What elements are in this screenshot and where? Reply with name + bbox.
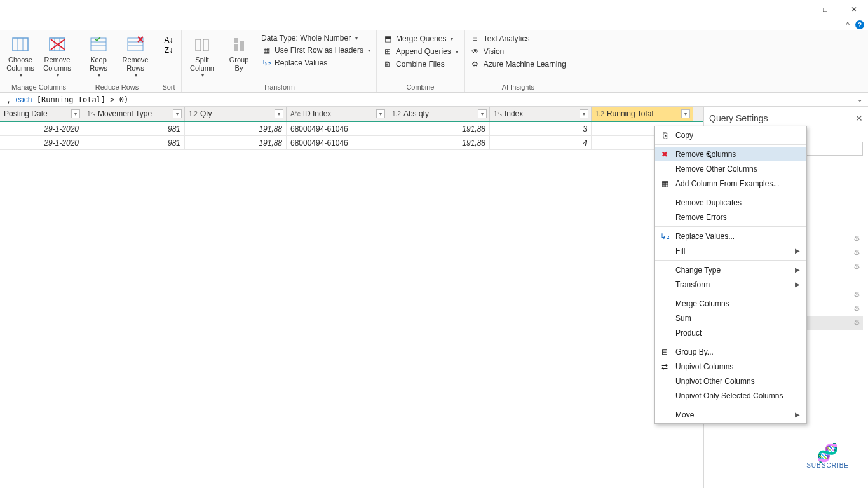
filter-icon[interactable]: ▾ [478, 109, 487, 118]
keep-rows-label: Keep Rows [90, 56, 107, 72]
gear-icon[interactable]: ⚙ [853, 304, 860, 313]
azure-ml-button[interactable]: ⚙Azure Machine Learning [468, 58, 568, 70]
menu-separator [655, 260, 806, 261]
menu-sum[interactable]: Sum [655, 311, 806, 325]
column-movement-type[interactable]: 1²₃ Movement Type ▾ [83, 107, 185, 121]
add-column-icon: ▦ [659, 179, 670, 188]
subscribe-label: SUBSCRIBE [806, 462, 849, 469]
headers-icon: ▦ [261, 45, 271, 55]
gear-icon[interactable]: ⚙ [853, 262, 860, 271]
subscribe-badge: 🧬 SUBSCRIBE [806, 444, 849, 469]
menu-remove-columns[interactable]: ✖Remove Columns [655, 147, 806, 161]
column-label: Running Total [607, 109, 653, 118]
cell-idx: 3 [490, 122, 592, 135]
vision-label: Vision [484, 47, 504, 56]
sub-titlebar: ^ ? [0, 19, 868, 30]
group-label-ai: AI Insights [468, 82, 568, 91]
column-label: Movement Type [98, 109, 152, 118]
help-icon[interactable]: ? [855, 20, 864, 29]
menu-add-from-examples[interactable]: ▦Add Column From Examples... [655, 176, 806, 191]
filter-icon[interactable]: ▾ [275, 109, 283, 118]
split-column-button[interactable]: Split Column▾ [186, 33, 219, 79]
replace-values-button[interactable]: ↳₂Replace Values [259, 57, 372, 69]
replace-values-label: Replace Values [275, 58, 327, 67]
remove-rows-button[interactable]: Remove Rows▾ [119, 33, 152, 79]
cell-date: 29-1-2020 [0, 122, 83, 135]
grid-body: 29-1-2020 981 191,88 68000494-61046 191,… [0, 122, 703, 150]
minimize-button[interactable]: — [782, 0, 811, 19]
ribbon-collapse-icon[interactable]: ^ [843, 20, 853, 30]
choose-columns-button[interactable]: Choose Columns▾ [4, 33, 37, 79]
combine-files-label: Combine Files [396, 60, 445, 69]
group-ai-insights: ≡Text Analytics 👁Vision ⚙Azure Machine L… [465, 30, 572, 92]
gear-icon[interactable]: ⚙ [853, 234, 860, 243]
type-dec-icon: 1.2 [392, 111, 401, 118]
remove-columns-button[interactable]: Remove Columns▾ [41, 33, 74, 79]
maximize-button[interactable]: □ [811, 0, 839, 19]
group-by-button[interactable]: Group By [222, 33, 255, 72]
menu-copy[interactable]: ⎘Copy [655, 128, 806, 142]
menu-unpivot-selected[interactable]: Unpivot Only Selected Columns [655, 388, 806, 403]
menu-merge-columns[interactable]: Merge Columns [655, 296, 806, 311]
use-first-row-button[interactable]: ▦Use First Row as Headers▾ [259, 44, 372, 56]
cell-qty: 191,88 [185, 136, 287, 149]
text-analytics-button[interactable]: ≡Text Analytics [468, 33, 568, 44]
group-by-icon: ⊟ [659, 348, 670, 356]
filter-icon[interactable]: ▾ [173, 109, 182, 118]
remove-rows-label: Remove Rows [123, 56, 149, 72]
sort-asc-button[interactable]: A↓ [164, 36, 173, 44]
menu-remove-other-columns[interactable]: Remove Other Columns [655, 161, 806, 176]
menu-unpivot[interactable]: ⇄Unpivot Columns [655, 359, 806, 374]
gear-icon[interactable]: ⚙ [853, 290, 860, 299]
grid-header: Posting Date ▾ 1²₃ Movement Type ▾ 1.2 Q… [0, 107, 703, 122]
column-index[interactable]: 1²₃ Index ▾ [490, 107, 592, 121]
menu-fill[interactable]: Fill▶ [655, 243, 806, 258]
sort-desc-button[interactable]: Z↓ [165, 46, 173, 55]
menu-move[interactable]: Move▶ [655, 407, 806, 422]
filter-icon[interactable]: ▾ [376, 109, 385, 118]
group-reduce-rows: Keep Rows▾ Remove Rows▾ Reduce Rows [78, 30, 156, 92]
column-label: ID Index [303, 109, 332, 118]
filter-icon[interactable]: ▾ [681, 109, 690, 118]
formula-dropdown[interactable]: ⌄ [854, 96, 865, 103]
menu-unpivot-other[interactable]: Unpivot Other Columns [655, 374, 806, 388]
data-grid: Posting Date ▾ 1²₃ Movement Type ▾ 1.2 Q… [0, 107, 704, 488]
column-qty[interactable]: 1.2 Qty ▾ [185, 107, 287, 121]
merge-queries-button[interactable]: ⬒Merge Queries▾ [381, 33, 460, 44]
append-queries-label: Append Queries [396, 47, 451, 56]
menu-remove-errors[interactable]: Remove Errors [655, 210, 806, 224]
table-row[interactable]: 29-1-2020 981 191,88 68000494-61046 191,… [0, 122, 703, 136]
cell-abs: 191,88 [388, 136, 490, 149]
menu-change-type[interactable]: Change Type▶ [655, 262, 806, 277]
menu-group-by[interactable]: ⊟Group By... [655, 344, 806, 359]
menu-replace-values[interactable]: ↳₂Replace Values... [655, 229, 806, 243]
formula-text[interactable]: , each [Running Total] > 0) [3, 95, 854, 104]
combine-files-button[interactable]: 🗎Combine Files [381, 58, 460, 70]
formula-bar[interactable]: , each [Running Total] > 0) ⌄ [0, 93, 868, 107]
gear-icon[interactable]: ⚙ [853, 248, 860, 257]
table-row[interactable]: 29-1-2020 981 191,88 68000494-61046 191,… [0, 136, 703, 150]
remove-columns-label: Remove Columns [43, 56, 71, 72]
copy-icon: ⎘ [659, 131, 670, 140]
keep-rows-icon [88, 34, 109, 55]
menu-remove-duplicates[interactable]: Remove Duplicates [655, 195, 806, 210]
column-abs-qty[interactable]: 1.2 Abs qty ▾ [388, 107, 490, 121]
keep-rows-button[interactable]: Keep Rows▾ [82, 33, 115, 79]
filter-icon[interactable]: ▾ [71, 109, 80, 118]
column-posting-date[interactable]: Posting Date ▾ [0, 107, 83, 121]
data-type-button[interactable]: Data Type: Whole Number▾ [259, 33, 372, 43]
group-transform: Split Column▾ Group By Data Type: Whole … [182, 30, 377, 92]
menu-transform[interactable]: Transform▶ [655, 277, 806, 292]
column-id-index[interactable]: Aᴮc ID Index ▾ [287, 107, 388, 121]
column-running-total[interactable]: 1.2 Running Total ▾ [592, 107, 693, 121]
menu-separator [655, 226, 806, 227]
close-button[interactable]: ✕ [839, 0, 868, 19]
menu-product[interactable]: Product [655, 325, 806, 340]
append-queries-button[interactable]: ⊞Append Queries▾ [381, 46, 460, 57]
submenu-arrow-icon: ▶ [795, 247, 800, 254]
vision-button[interactable]: 👁Vision [468, 46, 568, 57]
gear-icon[interactable]: ⚙ [853, 318, 860, 327]
filter-icon[interactable]: ▾ [580, 109, 588, 118]
close-panel-icon[interactable]: ✕ [855, 113, 863, 123]
svg-rect-19 [234, 44, 238, 51]
